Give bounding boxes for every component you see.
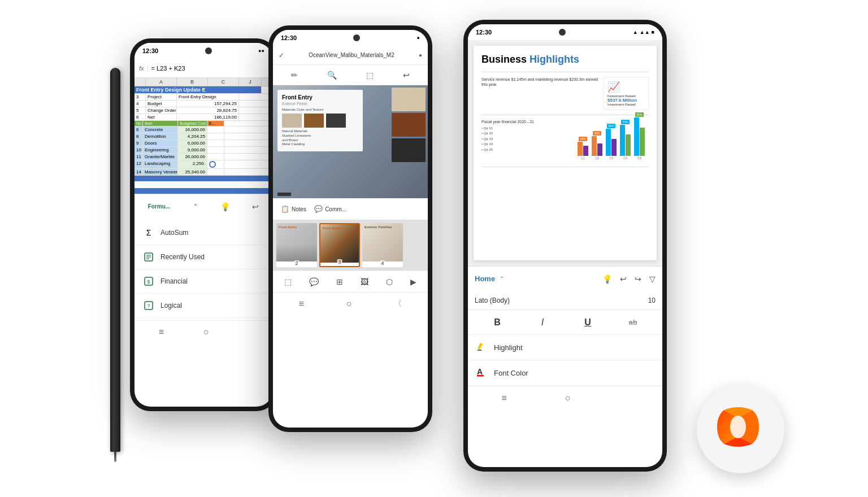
- item-concrete: 6 Concrete 16,000.00: [134, 127, 272, 133]
- menu-nav-icon[interactable]: ≡: [159, 327, 164, 337]
- p3-menu-nav[interactable]: ≡: [501, 393, 506, 403]
- item-landscaping: 12 Landscaping 2,250.: [134, 160, 272, 169]
- slide-layout-icon[interactable]: ⬚: [284, 277, 292, 286]
- more-icon[interactable]: ▶: [410, 277, 416, 286]
- slide-subtitle: Exterior Finish: [282, 102, 358, 106]
- budget-row: 4 Budget 157,294.25: [134, 101, 272, 107]
- lightbulb-icon[interactable]: 💡: [220, 202, 230, 211]
- font-size-label[interactable]: 10: [648, 297, 656, 304]
- undo-icon[interactable]: ↩: [620, 274, 627, 284]
- comments-button[interactable]: 💬 Comm...: [314, 205, 346, 213]
- font-row: Lato (Body) 10: [468, 291, 662, 310]
- format-row: B I U ab: [468, 310, 662, 335]
- col-c: C: [208, 78, 239, 86]
- svg-text:$: $: [147, 279, 150, 285]
- comment-icon[interactable]: 💬: [309, 277, 319, 286]
- bar-label-c1: C1: [581, 156, 584, 160]
- footer-blue1: [134, 176, 272, 181]
- bar-c5-b: [640, 128, 645, 156]
- ppt-main-slide: Front Entry Exterior Finish Materials Co…: [273, 85, 428, 198]
- more-chevron-icon[interactable]: ▽: [649, 274, 656, 284]
- bottom-divider: [481, 167, 649, 167]
- bar-c4-a: [620, 125, 625, 156]
- svg-text:A: A: [477, 367, 483, 376]
- highlight-item[interactable]: Highlight: [468, 335, 662, 360]
- formula-tab[interactable]: Formu...: [148, 203, 170, 210]
- signal-icon: ▲▲: [640, 29, 650, 35]
- font-name-label[interactable]: Lato (Body): [475, 297, 510, 304]
- item-extra: [207, 147, 224, 153]
- thumbnail-4[interactable]: Exterior Finishes 4: [362, 223, 403, 267]
- italic-button[interactable]: I: [535, 317, 550, 328]
- image-icon[interactable]: 🖼: [361, 277, 368, 286]
- stylus: [110, 68, 120, 452]
- item-name: Doors: [143, 140, 178, 146]
- p3-home-nav[interactable]: ○: [565, 393, 571, 403]
- item-extra: [207, 133, 224, 139]
- table-icon[interactable]: ⊞: [336, 277, 343, 286]
- undo-icon[interactable]: ↩: [403, 71, 410, 80]
- word-doc-page: Business Highlights Service revenue $1,1…: [474, 46, 657, 260]
- chart-group-c5: 90% C5: [634, 112, 645, 160]
- investment-box: 📈 Investment Raised $537.6 Million Inves…: [604, 77, 649, 110]
- bold-button[interactable]: B: [489, 317, 505, 328]
- footer-blue2: [134, 188, 272, 194]
- p2-menu-nav[interactable]: ≡: [298, 299, 303, 309]
- item-no: 8: [134, 133, 143, 139]
- menu-recently-used[interactable]: Recently Used: [134, 245, 272, 269]
- menu-financial[interactable]: $ Financial: [134, 269, 272, 294]
- p2-home-nav[interactable]: ○: [346, 299, 352, 309]
- item-extra: [207, 160, 224, 168]
- item-name: Engineering: [143, 147, 178, 153]
- undo-icon[interactable]: ↩: [252, 202, 259, 211]
- search-icon[interactable]: 🔍: [327, 71, 337, 80]
- items-col-extra: E...: [207, 121, 224, 126]
- bar-chart: 20% C1 40%: [575, 120, 649, 162]
- lightbulb-icon[interactable]: 💡: [602, 274, 612, 284]
- phone3-status-icons: ▲ ▲▲ ■: [633, 29, 654, 35]
- menu-logical[interactable]: ? Logical: [134, 294, 272, 318]
- present-icon[interactable]: ⬚: [366, 71, 374, 80]
- fiscal-text: Fiscal year financial 2020 - 21 • Qtr 01…: [481, 120, 571, 162]
- home-nav-icon[interactable]: ○: [203, 327, 209, 337]
- p2-back-nav[interactable]: 〈: [394, 299, 402, 309]
- svg-rect-10: [477, 375, 484, 377]
- service-revenue-text: Service revenue $1,145m and marketing re…: [481, 77, 599, 110]
- thumbnail-2[interactable]: Front Entry 2: [276, 223, 317, 267]
- redo-icon[interactable]: ↪: [635, 274, 641, 284]
- thumbnail-3[interactable]: Front Entry 3: [319, 223, 360, 267]
- pen-icon[interactable]: ✏: [291, 71, 298, 80]
- font-color-item[interactable]: A Font Color: [468, 360, 662, 386]
- notes-button[interactable]: 📋 Notes: [281, 205, 306, 213]
- project-value: Front Entry Design: [177, 94, 239, 100]
- tab-chevron-icon[interactable]: ⌃: [500, 276, 504, 282]
- item-name: Demolition: [143, 133, 178, 139]
- item-doors: 9 Doors 6,000.00: [134, 140, 272, 147]
- doc-title-part1: Business: [481, 54, 530, 65]
- shapes-icon[interactable]: ⬡: [386, 277, 393, 286]
- autosum-label: AutoSum: [160, 229, 188, 237]
- chevron-icon[interactable]: ⌃: [193, 203, 198, 211]
- font-color-label: Font Color: [494, 369, 528, 377]
- ppt-toolbar[interactable]: ✏ 🔍 ⬚ ↩: [273, 65, 428, 85]
- checkmark-icon[interactable]: ✓: [279, 51, 284, 59]
- item-extra: [207, 169, 224, 175]
- item-extra: [207, 140, 224, 146]
- item-granite: 11 Granite/Marble 26,000.00: [134, 154, 272, 160]
- phone3-status-bar: 12:30 ▲ ▲▲ ■: [468, 24, 662, 40]
- phone-word-screen: 12:30 ▲ ▲▲ ■ Business Highlights: [468, 24, 662, 467]
- thumb2-content: Front Entry: [276, 223, 317, 261]
- changeorder-label: Change Order: [146, 107, 177, 114]
- underline-button[interactable]: U: [580, 317, 596, 328]
- item-no: 6: [134, 127, 143, 133]
- phone2-status-icons: ●: [417, 35, 420, 41]
- thumb2-number: 2: [294, 260, 299, 266]
- strikethrough-button[interactable]: ab: [625, 318, 641, 326]
- title-row: Front Entry Design Update E: [134, 86, 272, 94]
- office-icon-bubble[interactable]: [697, 386, 784, 473]
- formula-bar[interactable]: fx = L23 + K23: [134, 59, 272, 78]
- home-tab[interactable]: Home: [475, 274, 495, 283]
- menu-autosum[interactable]: Σ AutoSum: [134, 221, 272, 245]
- item-extra: [207, 127, 224, 133]
- ppt-topbar: ✓ OceanView_Malibu_Materials_M2 ●: [273, 46, 428, 65]
